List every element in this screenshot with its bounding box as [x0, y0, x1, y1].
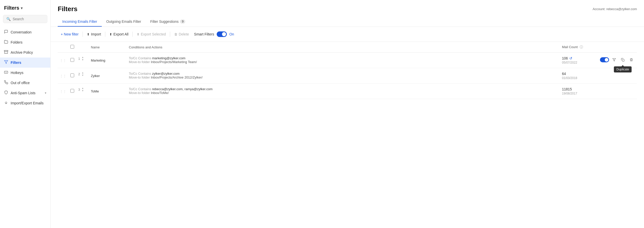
new-filter-label: + New filter: [61, 32, 78, 36]
sidebar-item-out-of-office[interactable]: Out of office: [0, 78, 50, 88]
sidebar-item-label: Conversation: [11, 30, 32, 34]
condition-value: rebecca@zylker.com, ramya@zylker.com: [152, 87, 213, 91]
col-num: [76, 42, 89, 53]
delete-row-icon-1[interactable]: [628, 72, 635, 79]
col-conditions: Conditions and Actions: [127, 42, 560, 53]
sidebar-item-anti-spam[interactable]: Anti-Spam Lists ▾: [0, 88, 50, 98]
tab-outgoing[interactable]: Outgoing Emails Filter: [102, 17, 146, 27]
refresh-icon[interactable]: ↺: [569, 56, 572, 60]
row-enable-toggle-2[interactable]: [600, 88, 609, 93]
duplicate-icon-1[interactable]: [619, 72, 626, 79]
arrow-up-1[interactable]: ▲: [82, 72, 84, 74]
row-mail-date: 05/07/2022: [562, 61, 596, 64]
filter-edit-icon-2[interactable]: [611, 87, 618, 94]
smart-filters-label: Smart Filters: [194, 32, 214, 36]
arrow-up-2[interactable]: ▲: [82, 87, 84, 89]
row-number-cell: 1 ▲ ▼: [76, 53, 89, 68]
row-conditions: To/Cc Contains zylker@zylker.com Move-to…: [127, 68, 560, 84]
delete-icon: 🗑: [174, 32, 177, 36]
sidebar-nav: Conversation Folders Archive Policy Filt…: [0, 27, 50, 108]
delete-row-icon-0[interactable]: [628, 56, 635, 63]
svg-rect-6: [622, 59, 624, 61]
import-button[interactable]: ⬆ Import: [84, 30, 104, 38]
sidebar-item-folders[interactable]: Folders: [0, 37, 50, 47]
tab-suggestions-label: Filter Suggestions: [150, 20, 178, 24]
sidebar-item-label: Import/Export Emails: [11, 101, 44, 105]
action-label: Move-to folder: [129, 75, 151, 79]
duplicate-icon-0[interactable]: Duplicate: [619, 56, 626, 63]
export-all-label: Export All: [113, 32, 128, 36]
row-conditions: To/Cc Contains marketing@zylker.com Move…: [127, 53, 560, 68]
row-checkbox-cell: [68, 68, 76, 84]
sidebar-item-conversation[interactable]: Conversation: [0, 27, 50, 37]
arrow-down-1[interactable]: ▼: [82, 74, 84, 77]
condition-label: To/Cc Contains: [129, 72, 152, 75]
account-info: Account: rebecca@zylker.com: [593, 7, 637, 11]
arrow-up-0[interactable]: ▲: [82, 56, 84, 59]
search-input[interactable]: [13, 17, 44, 21]
col-checkbox: [68, 42, 76, 53]
main-content: Filters Account: rebecca@zylker.com Inco…: [51, 0, 644, 228]
search-icon: 🔍: [6, 17, 11, 21]
condition-label: To/Cc Contains: [129, 56, 152, 60]
anti-spam-chevron: ▾: [45, 91, 46, 95]
delete-button[interactable]: 🗑 Delete: [171, 30, 192, 38]
delete-row-icon-2[interactable]: [628, 87, 635, 94]
row-checkbox-1[interactable]: [70, 73, 74, 77]
export-all-button[interactable]: ⬆ Export All: [106, 30, 131, 38]
sidebar-item-label: Archive Policy: [11, 50, 33, 54]
row-drag-handle[interactable]: ⋮⋮: [58, 68, 68, 84]
sidebar-item-label: Out of office: [11, 81, 30, 85]
row-mail-date: 19/08/2017: [562, 92, 596, 95]
search-box[interactable]: 🔍: [3, 15, 47, 23]
smart-filters-status: On: [229, 32, 234, 36]
sidebar-item-archive-policy[interactable]: Archive Policy: [0, 47, 50, 58]
tab-outgoing-label: Outgoing Emails Filter: [106, 20, 141, 24]
select-all-checkbox[interactable]: [70, 45, 74, 49]
sidebar-item-import-export[interactable]: Import/Export Emails: [0, 98, 50, 108]
account-email: rebecca@zylker.com: [606, 7, 637, 11]
condition-label: To/Cc Contains: [129, 87, 152, 91]
svg-marker-5: [613, 59, 616, 61]
tab-suggestions[interactable]: Filter Suggestions 9: [146, 17, 190, 27]
header-top: Filters Account: rebecca@zylker.com: [58, 5, 637, 13]
mail-count-info-icon: ⓘ: [580, 45, 583, 49]
smart-filters-toggle[interactable]: [217, 31, 227, 37]
arrow-down-2[interactable]: ▼: [82, 90, 84, 92]
row-enable-toggle-1[interactable]: [600, 73, 609, 78]
row-drag-handle[interactable]: ⋮⋮: [58, 84, 68, 99]
row-number-cell: 3 ▲ ▼: [76, 84, 89, 99]
condition-value: marketing@zylker.com: [152, 56, 186, 60]
new-filter-button[interactable]: + New filter: [58, 30, 82, 38]
row-checkbox-2[interactable]: [70, 89, 74, 93]
arrow-down-0[interactable]: ▼: [82, 59, 84, 61]
divider-3: [132, 32, 133, 37]
hotkeys-icon: [4, 70, 8, 75]
export-selected-label: Export Selected: [141, 32, 166, 36]
filter-edit-icon-1[interactable]: [611, 72, 618, 79]
sidebar-item-label: Hotkeys: [11, 71, 24, 75]
action-value: Inbox/Projects/Archive 2012/Zylker/: [151, 75, 203, 79]
export-all-icon: ⬆: [109, 32, 112, 36]
row-enable-toggle-0[interactable]: [600, 57, 609, 62]
sidebar-item-label: Folders: [11, 40, 23, 44]
export-selected-button[interactable]: ⬆ Export Selected: [134, 30, 169, 38]
out-of-office-icon: [4, 80, 8, 85]
row-name: Zylker: [89, 68, 127, 84]
sidebar-item-filters[interactable]: Filters: [0, 58, 50, 68]
row-actions-cell: Duplicate: [598, 53, 637, 68]
sidebar-item-hotkeys[interactable]: Hotkeys: [0, 68, 50, 78]
row-checkbox-0[interactable]: [70, 58, 74, 62]
duplicate-icon-2[interactable]: [619, 87, 626, 94]
row-mail-date: 01/03/2018: [562, 76, 596, 80]
filter-edit-icon-0[interactable]: [611, 56, 618, 63]
row-actions-cell: [598, 68, 637, 84]
row-mail-count: 64: [562, 72, 566, 76]
suggestions-badge: 9: [180, 20, 185, 24]
row-drag-handle[interactable]: ⋮⋮: [58, 53, 68, 68]
import-icon: ⬆: [87, 32, 90, 36]
tab-incoming[interactable]: Incoming Emails Filter: [58, 17, 102, 27]
app-title-header[interactable]: Filters ▾: [0, 4, 50, 15]
svg-marker-9: [613, 89, 616, 92]
col-name: Name: [89, 42, 127, 53]
